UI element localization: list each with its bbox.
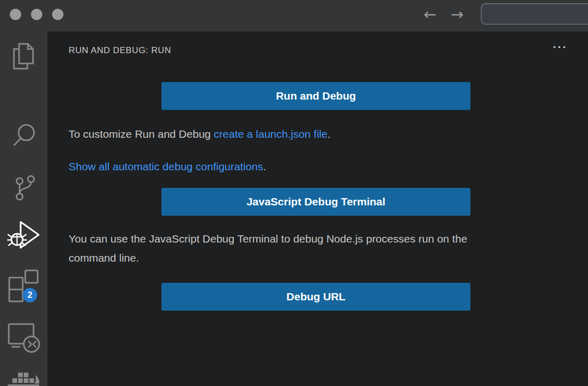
sidebar-item-run-and-debug[interactable] [0,217,47,254]
sidebar-item-explorer[interactable] [0,38,47,75]
run-and-debug-panel: RUN AND DEBUG: RUN ··· Run and Debug To … [47,31,588,386]
more-actions-icon[interactable]: ··· [548,41,573,56]
files-icon [10,42,37,71]
customize-text: To customize Run and Debug create a laun… [69,124,331,143]
docker-icon [6,368,41,386]
window-minimize-button[interactable] [31,9,42,20]
sidebar-item-remote-explorer[interactable] [0,318,47,356]
titlebar-search-input[interactable] [481,3,588,25]
js-terminal-description: You can use the JavaScript Debug Termina… [69,229,515,267]
sidebar-item-docker[interactable] [0,367,47,386]
titlebar: ← → [0,0,588,31]
run-and-debug-button[interactable]: Run and Debug [161,82,470,110]
remote-explorer-icon [5,320,42,353]
sidebar-item-source-control[interactable] [0,170,47,207]
show-all-text: Show all automatic debug configurations. [69,157,266,176]
js-debug-terminal-button[interactable]: JavaScript Debug Terminal [161,188,470,216]
customize-text-prefix: To customize Run and Debug [69,128,214,140]
panel-title: RUN AND DEBUG: RUN [69,45,171,56]
activity-bar: 2 [0,31,47,386]
source-control-icon [10,174,37,203]
show-all-text-suffix: . [263,160,266,172]
window-zoom-button[interactable] [52,9,63,20]
search-icon [10,122,37,151]
sidebar-item-search[interactable] [0,118,47,155]
window-close-button[interactable] [10,9,21,20]
debug-url-button[interactable]: Debug URL [161,283,470,311]
show-all-configurations-link[interactable]: Show all automatic debug configurations [69,160,263,172]
run-and-debug-icon [6,218,41,253]
extensions-badge: 2 [23,288,37,302]
vscode-window: { "window": { "nav_back": "←", "nav_forw… [0,0,588,386]
create-launch-json-link[interactable]: create a launch.json file [214,128,328,140]
history-forward-icon[interactable]: → [448,4,466,25]
customize-text-suffix: . [328,128,331,140]
history-back-icon[interactable]: ← [421,4,439,25]
